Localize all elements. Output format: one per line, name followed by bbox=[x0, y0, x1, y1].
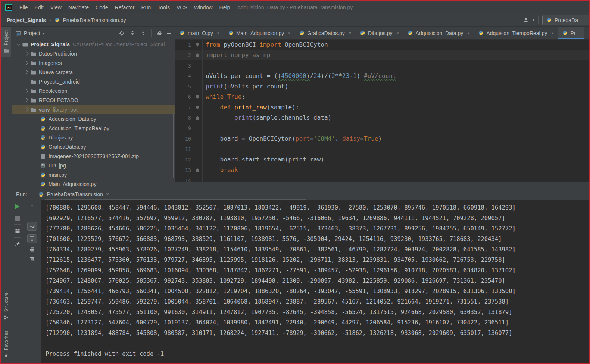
chevron-down-icon[interactable]: ▾ bbox=[533, 18, 534, 22]
down-stacktrace-icon[interactable]: ↓ bbox=[31, 213, 34, 219]
restore-layout-icon[interactable] bbox=[15, 228, 21, 234]
code-line[interactable]: 8 print(sample.channels_data) bbox=[175, 113, 589, 123]
chevron-down-icon[interactable]: ▾ bbox=[43, 31, 45, 35]
menu-item[interactable]: View bbox=[47, 4, 65, 10]
fold-gutter[interactable] bbox=[193, 71, 203, 81]
tree-chevron-slot[interactable] bbox=[33, 183, 39, 185]
fold-gutter[interactable] bbox=[193, 123, 203, 134]
code-line[interactable]: 6 while True: bbox=[175, 92, 589, 102]
tree-chevron-slot[interactable] bbox=[33, 136, 39, 139]
project-tree-scrollbar[interactable] bbox=[173, 113, 174, 178]
up-stacktrace-icon[interactable]: ↑ bbox=[31, 203, 34, 209]
code-line[interactable]: 1 from pyOpenBCI import OpenBCICyton bbox=[175, 40, 589, 50]
close-icon[interactable]: × bbox=[217, 30, 220, 36]
menu-item[interactable]: Run bbox=[138, 4, 154, 10]
fold-marker-icon[interactable] bbox=[196, 53, 199, 57]
pin-icon[interactable] bbox=[15, 241, 21, 247]
menu-item[interactable]: VCS bbox=[173, 4, 191, 10]
fold-gutter[interactable] bbox=[193, 154, 203, 165]
fold-marker-icon[interactable] bbox=[196, 168, 199, 172]
fold-gutter[interactable] bbox=[193, 50, 203, 60]
print-icon[interactable] bbox=[29, 247, 35, 252]
code-line[interactable]: 11 bbox=[175, 144, 589, 154]
fold-gutter[interactable] bbox=[193, 165, 203, 175]
close-icon[interactable]: × bbox=[106, 191, 109, 197]
close-icon[interactable]: × bbox=[396, 30, 399, 36]
tree-chevron-slot[interactable] bbox=[24, 71, 29, 73]
editor-tab[interactable]: main_O.py × bbox=[175, 27, 224, 39]
rerun-icon[interactable] bbox=[15, 204, 20, 209]
tree-row[interactable]: DatosPrediccion bbox=[12, 49, 175, 58]
tree-row[interactable]: LPF.jpg bbox=[12, 161, 175, 170]
collapse-all-icon[interactable] bbox=[129, 30, 135, 36]
gear-icon[interactable] bbox=[156, 30, 162, 36]
tree-chevron-slot[interactable] bbox=[33, 155, 39, 157]
fold-gutter[interactable] bbox=[193, 134, 203, 144]
expand-all-icon[interactable] bbox=[140, 30, 146, 36]
tree-row[interactable]: Imagenes bbox=[12, 58, 175, 68]
fold-gutter[interactable] bbox=[193, 113, 203, 123]
menu-item[interactable]: Window bbox=[191, 4, 216, 10]
code-line[interactable]: 12 board.start_stream(print_raw) bbox=[175, 154, 589, 165]
editor-tab[interactable]: GraficaDatos.py × bbox=[295, 27, 356, 39]
fold-gutter[interactable] bbox=[193, 60, 203, 71]
run-tab[interactable]: PruebaDataTransmision × bbox=[38, 191, 109, 197]
menu-item[interactable]: Tools bbox=[154, 4, 173, 10]
fold-marker-icon[interactable] bbox=[196, 116, 199, 120]
console-horizontal-scrollbar[interactable] bbox=[45, 199, 306, 200]
code-line[interactable]: 3 bbox=[175, 60, 589, 71]
editor-tab[interactable]: Adquision_TiempoReal.py × bbox=[474, 27, 558, 39]
tree-chevron-slot[interactable] bbox=[24, 90, 29, 92]
tree-row[interactable]: GraficaDatos.py bbox=[12, 142, 175, 151]
code-line[interactable]: 13 break bbox=[175, 165, 589, 175]
project-panel-title[interactable]: Project bbox=[24, 30, 40, 36]
tree-chevron-slot[interactable] bbox=[33, 127, 39, 129]
tree-row[interactable]: Nueva carpeta bbox=[12, 68, 175, 77]
user-profile-icon[interactable] bbox=[523, 17, 529, 23]
menu-item[interactable]: Navigate bbox=[65, 4, 92, 10]
clear-console-icon[interactable] bbox=[29, 256, 35, 262]
hide-panel-icon[interactable] bbox=[167, 33, 171, 34]
code-line[interactable]: 10 board = OpenBCICyton(port='COM4', dai… bbox=[175, 134, 589, 144]
code-editor[interactable]: 1 from pyOpenBCI import OpenBCICyton 2 i… bbox=[175, 40, 589, 182]
menu-item[interactable]: File bbox=[16, 4, 31, 10]
tree-chevron-slot[interactable] bbox=[24, 62, 29, 64]
close-icon[interactable]: × bbox=[551, 30, 554, 36]
code-line[interactable]: 7 def print_raw(sample): bbox=[175, 102, 589, 113]
fold-marker-icon[interactable] bbox=[196, 43, 199, 47]
code-line[interactable]: 14 bbox=[175, 175, 589, 182]
rail-tab-project[interactable]: Project bbox=[1, 27, 11, 57]
tree-row[interactable]: Adquisicion_Data.py bbox=[12, 114, 175, 123]
code-line[interactable]: 5 print(uVolts_per_count) bbox=[175, 81, 589, 92]
tree-row[interactable]: RECOLECTADO bbox=[12, 95, 175, 105]
tree-row[interactable]: venv library root bbox=[12, 105, 175, 114]
scroll-to-end-toggle[interactable] bbox=[27, 234, 37, 243]
code-line[interactable]: 4 uVolts_per_count = ((4500000)/24)/(2**… bbox=[175, 71, 589, 81]
tree-chevron-slot[interactable] bbox=[24, 52, 29, 55]
tree-chevron-slot[interactable] bbox=[24, 99, 29, 101]
tree-row[interactable]: Imagenes-20210826T234256Z-001.zip bbox=[12, 151, 175, 161]
tree-row[interactable]: Adquision_TiempoReal.py bbox=[12, 123, 175, 133]
close-icon[interactable]: × bbox=[288, 30, 291, 36]
fold-gutter[interactable] bbox=[193, 144, 203, 154]
stop-icon[interactable] bbox=[15, 216, 20, 221]
editor-tab[interactable]: Adquisicion_Data.py × bbox=[403, 27, 474, 39]
tree-chevron-slot[interactable] bbox=[24, 108, 29, 111]
fold-gutter[interactable] bbox=[193, 92, 203, 102]
editor-tab[interactable]: Dibujos.py × bbox=[356, 27, 403, 39]
tree-row[interactable]: Main_Adquisicion.py bbox=[12, 179, 175, 188]
editor-tab[interactable]: Main_Adquisicion.py × bbox=[224, 27, 295, 39]
tree-row[interactable]: Proyecto_android bbox=[12, 77, 175, 86]
tree-row[interactable]: Project_Signals C:\Users\HP\Documents\Pr… bbox=[12, 40, 175, 49]
code-line[interactable]: 2 import numpy as np bbox=[175, 50, 589, 60]
run-console-output[interactable]: [780880, 1296608, 458447, 594446, 104381… bbox=[41, 200, 589, 363]
menu-item[interactable]: Edit bbox=[31, 4, 47, 10]
fold-gutter[interactable] bbox=[193, 102, 203, 113]
breadcrumb-project[interactable]: Project_Signals bbox=[7, 17, 46, 23]
fold-marker-icon[interactable] bbox=[196, 95, 199, 99]
rail-tab-favorites[interactable]: Favorites ★ bbox=[4, 330, 9, 358]
menu-item[interactable]: Code bbox=[92, 4, 111, 10]
breadcrumb-file[interactable]: PruebaDataTransmision.py bbox=[63, 17, 126, 23]
tree-chevron-slot[interactable] bbox=[15, 44, 21, 45]
tree-chevron-slot[interactable] bbox=[33, 164, 39, 167]
